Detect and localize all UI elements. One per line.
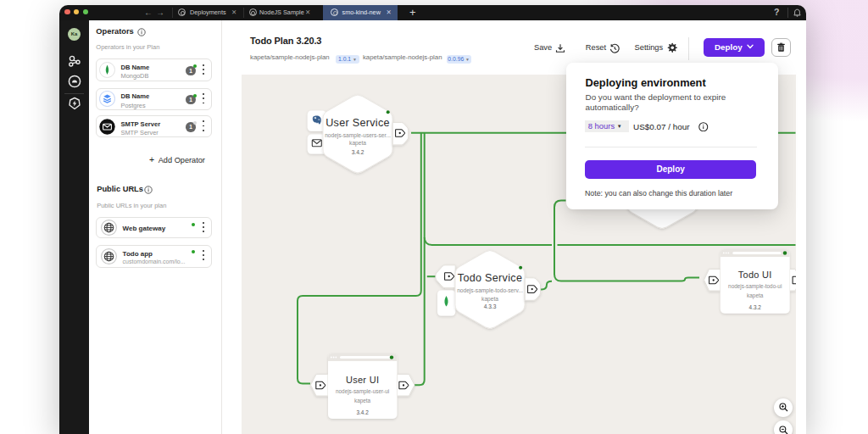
svg-text:kapeta: kapeta: [349, 140, 366, 147]
svg-text:nodejs-sample-todo-ui: nodejs-sample-todo-ui: [728, 283, 782, 290]
svg-text:nodejs-sample-users-ser...: nodejs-sample-users-ser...: [325, 132, 391, 139]
svg-text:User Service: User Service: [326, 116, 390, 128]
svg-text:kapeta: kapeta: [354, 397, 371, 403]
svg-text:kapeta: kapeta: [481, 295, 498, 302]
svg-text:User UI: User UI: [346, 375, 379, 385]
svg-text:nodejs-sample-todo-serv...: nodejs-sample-todo-serv...: [457, 287, 523, 294]
svg-text:4.3.2: 4.3.2: [749, 303, 762, 309]
svg-text:4.3.3: 4.3.3: [484, 303, 497, 309]
svg-text:Todo Service: Todo Service: [458, 271, 522, 283]
svg-text:Todo UI: Todo UI: [738, 270, 772, 280]
svg-text:kapeta: kapeta: [747, 292, 764, 298]
svg-text:nodejs-sample-user-ui: nodejs-sample-user-ui: [336, 387, 389, 394]
svg-text:3.4.2: 3.4.2: [356, 409, 369, 415]
svg-text:3.4.2: 3.4.2: [352, 148, 364, 154]
